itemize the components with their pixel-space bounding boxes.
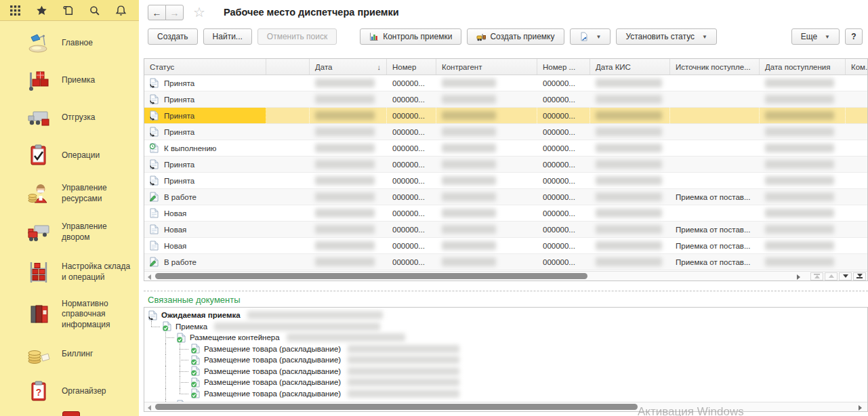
scroll-left-icon[interactable] bbox=[148, 405, 151, 411]
table-row[interactable]: Новая000000...000000... bbox=[144, 205, 867, 222]
cell bbox=[590, 254, 670, 270]
create-button[interactable]: Создать bbox=[148, 28, 198, 45]
column-header-Ком...[interactable]: Ком... bbox=[846, 59, 868, 75]
help-button[interactable]: ? bbox=[845, 28, 863, 45]
column-header-Номер ...[interactable]: Номер ... bbox=[537, 59, 590, 75]
sidebar-item-yard-trucks[interactable]: Управление двором bbox=[0, 213, 139, 251]
tree-node[interactable]: Размещение товара (раскладывание) bbox=[144, 344, 867, 355]
cell bbox=[266, 124, 310, 140]
status-label: В работе bbox=[164, 193, 197, 201]
cell bbox=[590, 222, 670, 237]
column-header-blank[interactable] bbox=[266, 59, 310, 75]
favorites-star-icon[interactable] bbox=[36, 5, 47, 16]
table-row[interactable]: В работе000000...000000...Приемка от пос… bbox=[144, 189, 867, 205]
redacted-text bbox=[765, 160, 834, 169]
cell: Приемка от постав... bbox=[670, 238, 760, 253]
table-row[interactable]: Принята000000...000000... bbox=[144, 124, 867, 140]
panel-splitter[interactable] bbox=[144, 291, 868, 291]
table-row[interactable]: Новая000000...000000...Приемка от постав… bbox=[144, 238, 867, 254]
table-row[interactable]: Принята000000...000000... bbox=[144, 75, 867, 91]
set-status-button[interactable]: Установить статус ▼ bbox=[616, 28, 717, 45]
sidebar-item-billing-coins[interactable]: Биллинг bbox=[0, 335, 139, 373]
sidebar-item-operations-clipboard[interactable]: Операции bbox=[0, 136, 139, 175]
table-row[interactable]: К выполнению000000...000000... bbox=[144, 140, 867, 157]
cell bbox=[760, 222, 846, 237]
scroll-to-bottom-button[interactable] bbox=[853, 272, 866, 280]
apps-grid-icon[interactable] bbox=[9, 5, 21, 16]
sidebar-item-resources-worker[interactable]: Управление ресурсами bbox=[0, 175, 139, 213]
column-header-Контрагент[interactable]: Контрагент bbox=[436, 59, 537, 75]
cell bbox=[670, 75, 760, 91]
sidebar-item-organizer-clipboard[interactable]: ?Органайзер bbox=[0, 373, 139, 410]
number-value: 000000... bbox=[392, 177, 425, 185]
column-header-Дата КИС[interactable]: Дата КИС bbox=[590, 59, 670, 75]
back-button[interactable]: ← bbox=[148, 5, 166, 20]
tree-node[interactable]: Размещение товара (раскладывание) bbox=[144, 388, 867, 400]
doc-posted-icon bbox=[150, 110, 159, 121]
cell bbox=[846, 205, 867, 221]
column-header-Дата поступления[interactable]: Дата поступления bbox=[760, 59, 846, 75]
scroll-right-icon[interactable] bbox=[797, 274, 800, 280]
table-row[interactable]: Принята000000...000000... bbox=[144, 108, 867, 124]
acceptance-control-label: Контроль приемки bbox=[383, 32, 452, 41]
table-horizontal-scrollbar[interactable] bbox=[144, 271, 867, 280]
cell bbox=[436, 91, 537, 107]
tree-node[interactable]: Приемка bbox=[144, 321, 867, 333]
tree-node[interactable]: Размещение товара (раскладывание) bbox=[144, 377, 867, 388]
history-icon[interactable] bbox=[62, 5, 74, 16]
notifications-bell-icon[interactable] bbox=[115, 5, 127, 16]
shipping-truck-icon bbox=[26, 105, 51, 131]
cell: 000000... bbox=[537, 140, 590, 156]
source-value: Приемка от постав... bbox=[676, 258, 750, 266]
find-button[interactable]: Найти... bbox=[203, 28, 252, 45]
scroll-right-icon[interactable] bbox=[859, 405, 862, 411]
cancel-search-button[interactable]: Отменить поиск bbox=[257, 28, 337, 45]
column-header-Номер[interactable]: Номер bbox=[387, 59, 436, 75]
sidebar-item-shipping-truck[interactable]: Отгрузка bbox=[0, 99, 139, 136]
acceptance-control-button[interactable]: Контроль приемки bbox=[360, 28, 461, 45]
sidebar-item-receiving-boxes[interactable]: Приемка bbox=[0, 62, 139, 99]
redacted-text bbox=[348, 390, 459, 398]
doc-done-icon bbox=[191, 355, 200, 365]
tree-horizontal-scrollbar[interactable] bbox=[144, 402, 867, 411]
column-header-Дата[interactable]: Дата↓ bbox=[310, 59, 387, 75]
status-cell: Принята bbox=[144, 108, 266, 123]
table-row[interactable]: В работе000000...000000...Приемка от пос… bbox=[144, 254, 867, 270]
cell: 000000... bbox=[537, 173, 590, 188]
redacted-text bbox=[315, 79, 375, 87]
search-icon[interactable] bbox=[89, 5, 100, 16]
number2-value: 000000... bbox=[543, 79, 575, 87]
table-row[interactable]: Принята000000...000000... bbox=[144, 157, 867, 173]
cell bbox=[266, 254, 310, 270]
sidebar-item-desk-lamp[interactable]: Главное bbox=[0, 24, 139, 62]
row-up-button[interactable] bbox=[825, 272, 838, 280]
row-down-button[interactable] bbox=[839, 272, 852, 280]
tree-node[interactable]: Размещение товара (раскладывание) bbox=[144, 366, 867, 377]
favorite-star-icon[interactable]: ☆ bbox=[193, 4, 205, 20]
create-acceptance-button[interactable]: Создать приемку bbox=[467, 28, 564, 45]
redacted-text bbox=[765, 95, 834, 104]
table-row[interactable]: Новая000000...000000...Приемка от постав… bbox=[144, 222, 867, 238]
cell bbox=[310, 189, 387, 205]
forward-button[interactable]: → bbox=[165, 5, 184, 20]
yard-trucks-icon bbox=[26, 220, 51, 245]
scroll-left-icon[interactable] bbox=[148, 274, 151, 280]
export-dropdown-button[interactable]: ▼ bbox=[570, 28, 611, 45]
scroll-to-top-button[interactable] bbox=[810, 272, 823, 280]
table-row[interactable]: Принята000000...000000... bbox=[144, 173, 867, 189]
scrollbar-thumb[interactable] bbox=[155, 273, 587, 279]
tree-node[interactable]: Ожидаемая приемка bbox=[144, 310, 867, 321]
tree-node[interactable]: Размещение контейнера bbox=[144, 332, 867, 344]
column-header-Статус[interactable]: Статус bbox=[144, 59, 266, 75]
more-button[interactable]: Еще ▼ bbox=[791, 28, 840, 45]
sidebar-item-warehouse-rack[interactable]: Настройка склада и операций bbox=[0, 251, 139, 293]
table-row[interactable]: Принята000000...000000... bbox=[144, 91, 867, 108]
scrollbar-thumb[interactable] bbox=[155, 404, 638, 410]
cell: 000000... bbox=[387, 157, 436, 172]
tree-node[interactable]: Размещение товара (раскладывание) bbox=[144, 354, 867, 366]
column-header-Источник поступле...[interactable]: Источник поступле... bbox=[670, 59, 760, 75]
source-value: Приемка от постав... bbox=[676, 226, 750, 234]
chevron-down-icon: ▼ bbox=[825, 34, 830, 40]
sidebar-item-reference-books[interactable]: Нормативно справочная информация bbox=[0, 293, 139, 335]
cell bbox=[670, 124, 760, 140]
